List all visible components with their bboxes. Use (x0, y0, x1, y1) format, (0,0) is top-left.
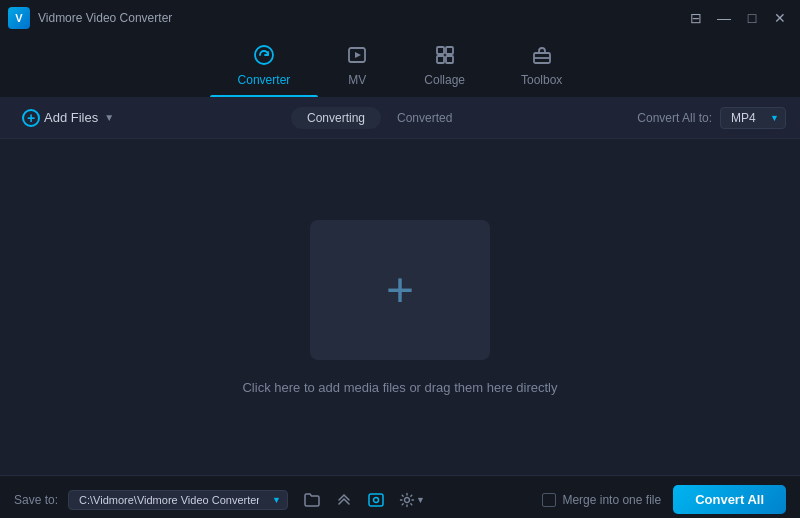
settings-with-arrow: ▼ (399, 492, 425, 508)
maximize-button[interactable]: □ (740, 6, 764, 30)
svg-rect-5 (446, 56, 453, 63)
toolbar-right: Convert All to: MP4 AVI MOV MKV WMV (637, 107, 786, 129)
svg-point-9 (374, 497, 379, 502)
convert-all-button[interactable]: Convert All (673, 485, 786, 514)
svg-rect-8 (369, 494, 383, 506)
toolbar: + Add Files ▼ Converting Converted Conve… (0, 97, 800, 139)
merge-checkbox[interactable] (542, 493, 556, 507)
svg-rect-2 (437, 47, 444, 54)
converting-tab[interactable]: Converting (291, 107, 381, 129)
settings-chevron: ▼ (416, 495, 425, 505)
save-path-input[interactable] (68, 490, 288, 510)
format-select-wrapper: MP4 AVI MOV MKV WMV (720, 107, 786, 129)
save-path-wrapper (68, 490, 288, 510)
convert-settings-button[interactable] (330, 488, 358, 512)
save-to-label: Save to: (14, 493, 58, 507)
status-bar: Save to: (0, 475, 800, 518)
tab-converter-label: Converter (238, 73, 291, 87)
tab-mv-label: MV (348, 73, 366, 87)
tab-toolbox[interactable]: Toolbox (493, 36, 590, 97)
add-files-icon: + (22, 109, 40, 127)
add-files-label: Add Files (44, 110, 98, 125)
svg-point-0 (255, 46, 273, 64)
title-bar: V Vidmore Video Converter ⊟ — □ ✕ (0, 0, 800, 36)
output-button[interactable] (362, 488, 390, 512)
tab-converter[interactable]: Converter (210, 36, 319, 97)
drop-zone-plus-icon: + (386, 266, 414, 314)
svg-rect-3 (446, 47, 453, 54)
close-button[interactable]: ✕ (768, 6, 792, 30)
message-button[interactable]: ⊟ (684, 6, 708, 30)
drop-hint-text: Click here to add media files or drag th… (242, 380, 557, 395)
converted-tab[interactable]: Converted (381, 107, 468, 129)
drop-zone[interactable]: + (310, 220, 490, 360)
svg-rect-4 (437, 56, 444, 63)
tab-mv[interactable]: MV (318, 36, 396, 97)
title-bar-controls: ⊟ — □ ✕ (684, 6, 792, 30)
app-title: Vidmore Video Converter (38, 11, 172, 25)
tab-collage-label: Collage (424, 73, 465, 87)
main-content: + Click here to add media files or drag … (0, 139, 800, 475)
minimize-button[interactable]: — (712, 6, 736, 30)
toolbar-center-tabs: Converting Converted (122, 107, 637, 129)
app-logo: V (8, 7, 30, 29)
mv-icon (346, 44, 368, 69)
tab-collage[interactable]: Collage (396, 36, 493, 97)
add-files-chevron: ▼ (104, 112, 114, 123)
converter-icon (253, 44, 275, 69)
collage-icon (434, 44, 456, 69)
svg-point-10 (405, 497, 410, 502)
status-bar-right: Merge into one file Convert All (542, 485, 786, 514)
merge-checkbox-label[interactable]: Merge into one file (542, 493, 661, 507)
title-bar-left: V Vidmore Video Converter (8, 7, 172, 29)
convert-all-to-label: Convert All to: (637, 111, 712, 125)
merge-label-text: Merge into one file (562, 493, 661, 507)
settings-button[interactable]: ▼ (394, 489, 430, 511)
add-files-button[interactable]: + Add Files ▼ (14, 105, 122, 131)
tab-toolbox-label: Toolbox (521, 73, 562, 87)
nav-tabs: Converter MV Collage (0, 36, 800, 97)
toolbox-icon (531, 44, 553, 69)
open-folder-button[interactable] (298, 488, 326, 512)
format-select[interactable]: MP4 AVI MOV MKV WMV (720, 107, 786, 129)
status-icons: ▼ (298, 488, 430, 512)
